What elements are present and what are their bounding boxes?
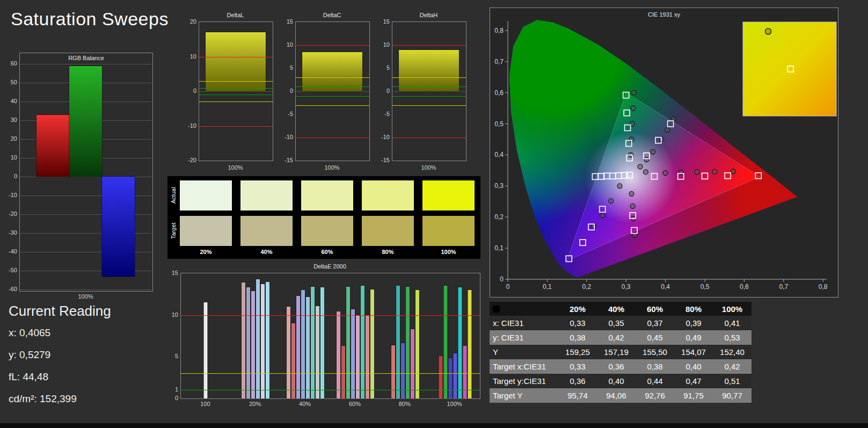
bar	[370, 289, 374, 398]
bar	[320, 287, 324, 398]
actual-swatch	[422, 180, 475, 211]
y-tick-label: 60	[4, 60, 17, 67]
y-tick-label: 0	[281, 88, 293, 94]
chart-box	[180, 273, 480, 399]
delta-bar	[302, 52, 362, 91]
target-swatch	[362, 216, 414, 246]
bar	[291, 323, 295, 398]
bar	[242, 282, 245, 398]
y-tick-label: 10	[4, 154, 17, 161]
target-point	[712, 169, 717, 174]
bar	[448, 358, 452, 398]
y-tick-label: 0	[4, 173, 17, 179]
table-row: x: CIE310,330,350,370,390,41	[490, 316, 752, 330]
y-tick-label: 10	[167, 311, 178, 318]
table-row: Target Y95,7494,0692,7691,7590,77	[490, 388, 752, 403]
column-header: 40%	[597, 304, 636, 314]
cell-value: 92,76	[636, 391, 674, 400]
rgb-balance-box: RGB Balance	[19, 53, 153, 292]
bar	[251, 291, 255, 398]
y-tick-label: 0,4	[494, 151, 504, 158]
chart-title: DeltaC	[295, 12, 369, 18]
bar-group	[287, 287, 324, 398]
corner-cell	[490, 306, 558, 313]
bar	[337, 311, 340, 398]
cell-value: 0,42	[597, 333, 636, 342]
cie-diagram-svg: 00,10,20,30,40,50,60,70,800,10,20,30,40,…	[490, 8, 838, 297]
column-header: 60%	[636, 304, 674, 314]
bar	[266, 282, 269, 398]
bar	[246, 287, 250, 398]
target-point	[631, 90, 636, 95]
cell-value: 0,33	[558, 362, 597, 371]
cie-1931-chart: CIE 1931 xy	[490, 8, 838, 298]
bar	[287, 307, 290, 398]
reading-x: x: 0,4065	[9, 327, 111, 339]
cell-value: 0,36	[597, 362, 636, 371]
target-point	[631, 106, 636, 111]
reference-line	[199, 57, 273, 57]
cell-value: 0,40	[597, 376, 636, 386]
y-tick-label: 0,2	[494, 213, 504, 221]
rgb-balance-plot	[20, 64, 151, 289]
bar-group	[391, 286, 419, 398]
reading-fl: fL: 44,48	[9, 371, 111, 383]
reference-line	[296, 77, 369, 78]
y-tick-label: -20	[185, 157, 196, 163]
x-axis-label: 60%	[339, 401, 371, 407]
bar	[356, 316, 360, 398]
bar	[468, 290, 471, 398]
bar	[351, 309, 355, 398]
actual-swatch	[362, 180, 414, 211]
bar	[415, 290, 419, 398]
y-tick-label: -30	[4, 229, 17, 236]
page-title: Saturation Sweeps	[11, 9, 169, 30]
reference-line	[392, 105, 466, 106]
x-tick-label: 0,6	[740, 283, 749, 291]
reference-line	[181, 390, 480, 390]
y-tick-label: 5	[378, 64, 390, 71]
cell-value: 152,40	[713, 347, 752, 357]
target-point	[663, 171, 668, 176]
cell-value: 0,47	[674, 376, 713, 386]
cell-value: 154,07	[674, 347, 713, 357]
actual-swatch	[180, 180, 232, 211]
bar	[204, 302, 208, 398]
bar	[256, 279, 260, 398]
target-swatch	[301, 216, 353, 246]
chart-title: DeltaE 2000	[180, 263, 479, 270]
reference-line	[392, 96, 466, 97]
cell-value: 0,39	[674, 318, 713, 328]
table-row: y: CIE310,380,420,450,490,53	[490, 330, 752, 345]
reference-line	[199, 88, 273, 89]
swatch-column-label: 60%	[301, 249, 353, 255]
inset-circle-marker	[765, 28, 771, 34]
actual-swatch	[301, 180, 353, 211]
current-reading-title: Current Reading	[9, 303, 111, 320]
chart-title: DeltaL	[199, 12, 272, 18]
row-label: y: CIE31	[490, 333, 558, 342]
y-tick-label: -10	[281, 134, 293, 140]
target-point	[665, 128, 670, 133]
bar	[439, 356, 442, 398]
swatch-column-label: 80%	[362, 249, 414, 255]
bar-group	[439, 286, 471, 398]
target-point	[630, 204, 635, 208]
reference-line	[392, 137, 466, 138]
target-point	[731, 169, 735, 174]
target-swatch	[422, 216, 475, 246]
cell-value: 0,53	[713, 333, 752, 342]
x-axis-label: 100%	[392, 164, 465, 171]
reference-line	[392, 77, 466, 78]
cell-value: 0,40	[674, 362, 713, 371]
y-tick-label: 20	[185, 18, 196, 25]
table-header-row: 20%40%60%80%100%	[490, 302, 752, 316]
row-label: Target x:CIE31	[490, 362, 558, 371]
chart-box	[295, 21, 370, 161]
table-row: Target y:CIE310,360,400,440,470,51	[490, 374, 752, 388]
y-tick-label: 15	[378, 18, 390, 25]
y-tick-label: 15	[281, 18, 293, 25]
reference-line	[199, 126, 273, 127]
row-label: Target y:CIE31	[490, 376, 558, 386]
x-tick-label: 0,2	[582, 283, 591, 291]
